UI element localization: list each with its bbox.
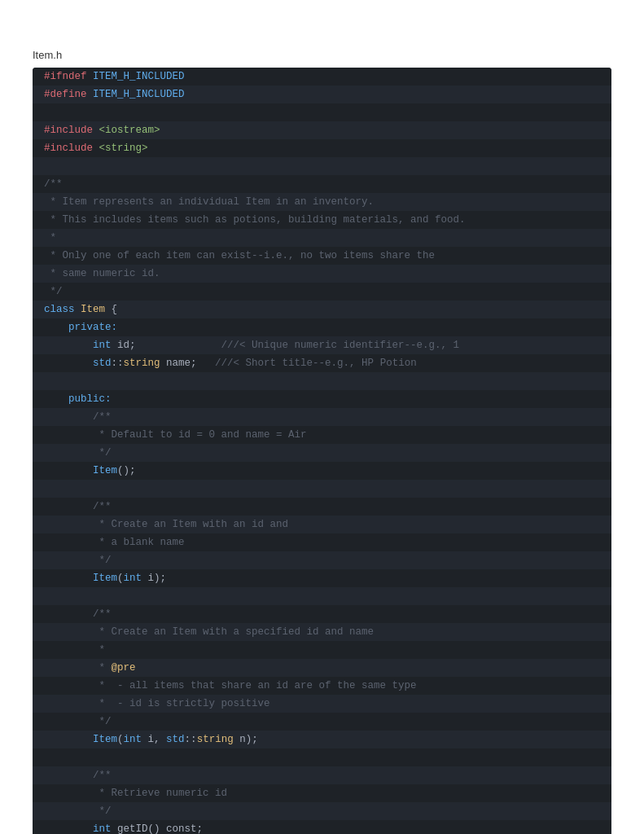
code-line: /** <box>33 408 611 426</box>
code-line: * a blank name <box>33 533 611 551</box>
code-line: * Item represents an individual Item in … <box>33 193 611 211</box>
code-line: private: <box>33 318 611 336</box>
code-line <box>33 480 611 498</box>
code-block: #ifndef ITEM_H_INCLUDED #define ITEM_H_I… <box>33 68 611 834</box>
code-line: /** <box>33 175 611 193</box>
code-line: class Item { <box>33 301 611 318</box>
code-line: int id; ///< Unique numeric identifier--… <box>33 336 611 354</box>
code-line: */ <box>33 713 611 731</box>
code-line: #include <string> <box>33 139 611 157</box>
code-line <box>33 748 611 766</box>
code-line: * @pre <box>33 659 611 677</box>
code-line: * Create an Item with an id and <box>33 516 611 533</box>
code-line <box>33 103 611 121</box>
code-line: #define ITEM_H_INCLUDED <box>33 86 611 103</box>
code-line: /** <box>33 766 611 784</box>
code-line: * <box>33 229 611 247</box>
code-line: #ifndef ITEM_H_INCLUDED <box>33 68 611 86</box>
code-line: * This includes items such as potions, b… <box>33 211 611 229</box>
code-line: * Retrieve numeric id <box>33 784 611 802</box>
code-line: public: <box>33 390 611 408</box>
code-line: Item(int i); <box>33 569 611 587</box>
code-line <box>33 372 611 390</box>
code-line: std::string name; ///< Short title--e.g.… <box>33 354 611 372</box>
code-line: * Only one of each item can exist--i.e.,… <box>33 247 611 265</box>
code-line: */ <box>33 444 611 462</box>
code-line: * - id is strictly positive <box>33 695 611 713</box>
code-line: * - all items that share an id are of th… <box>33 677 611 695</box>
code-line: #include <iostream> <box>33 121 611 139</box>
code-line: /** <box>33 498 611 516</box>
code-line: */ <box>33 802 611 820</box>
code-line <box>33 157 611 175</box>
file-title: Item.h <box>33 49 611 61</box>
code-line: /** <box>33 605 611 623</box>
code-line: */ <box>33 283 611 301</box>
code-line <box>33 587 611 605</box>
page-container: Item.h #ifndef ITEM_H_INCLUDED #define I… <box>0 0 644 834</box>
code-line: Item(int i, std::string n); <box>33 731 611 748</box>
code-line: Item(); <box>33 462 611 480</box>
code-line: * <box>33 641 611 659</box>
code-line: int getID() const; <box>33 820 611 834</box>
code-line: * Default to id = 0 and name = Air <box>33 426 611 444</box>
code-line: * Create an Item with a specified id and… <box>33 623 611 641</box>
code-line: */ <box>33 551 611 569</box>
code-line: * same numeric id. <box>33 265 611 283</box>
